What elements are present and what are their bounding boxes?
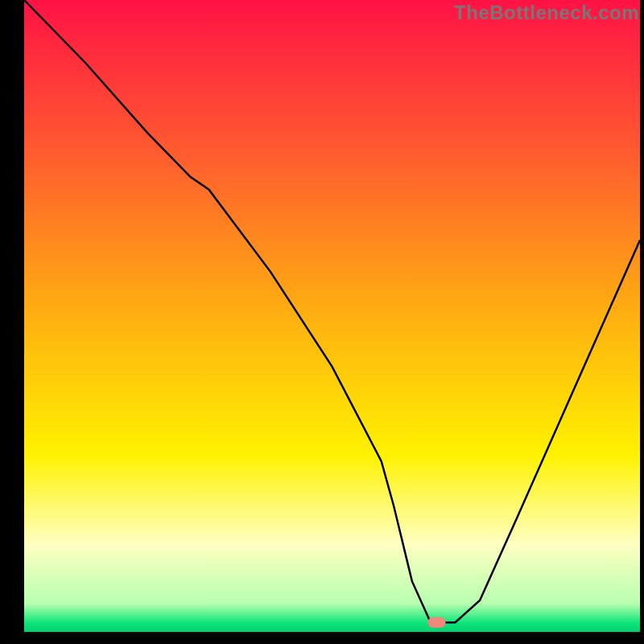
- watermark-text: TheBottleneck.com: [454, 2, 639, 24]
- plot-gradient: [24, 0, 640, 632]
- chart-container: { "watermark": "TheBottleneck.com", "cha…: [0, 0, 644, 644]
- chart-svg: [0, 0, 644, 644]
- optimal-marker: [428, 617, 446, 628]
